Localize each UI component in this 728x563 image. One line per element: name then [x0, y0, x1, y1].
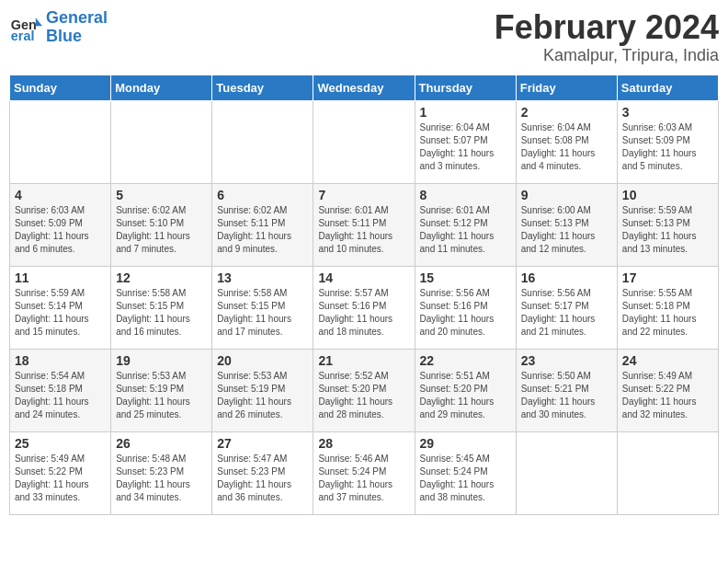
calendar-cell: 20Sunrise: 5:53 AM Sunset: 5:19 PM Dayli… [212, 349, 313, 431]
day-info: Sunrise: 5:53 AM Sunset: 5:19 PM Dayligh… [116, 370, 207, 421]
calendar-cell: 6Sunrise: 6:02 AM Sunset: 5:11 PM Daylig… [212, 183, 313, 266]
calendar-cell: 23Sunrise: 5:50 AM Sunset: 5:21 PM Dayli… [516, 349, 617, 431]
day-info: Sunrise: 6:02 AM Sunset: 5:11 PM Dayligh… [217, 204, 308, 256]
calendar-cell [516, 431, 617, 514]
calendar-cell [617, 431, 718, 514]
day-info: Sunrise: 5:49 AM Sunset: 5:22 PM Dayligh… [622, 370, 713, 421]
day-number: 21 [318, 353, 409, 368]
day-info: Sunrise: 5:45 AM Sunset: 5:24 PM Dayligh… [420, 453, 511, 504]
day-number: 17 [622, 270, 713, 285]
day-info: Sunrise: 5:55 AM Sunset: 5:18 PM Dayligh… [622, 287, 713, 339]
calendar-cell: 7Sunrise: 6:01 AM Sunset: 5:11 PM Daylig… [313, 183, 415, 266]
day-number: 22 [420, 353, 511, 368]
day-number: 11 [15, 270, 106, 285]
calendar-cell: 3Sunrise: 6:03 AM Sunset: 5:09 PM Daylig… [617, 100, 718, 183]
day-number: 20 [217, 353, 308, 368]
day-info: Sunrise: 6:03 AM Sunset: 5:09 PM Dayligh… [15, 204, 106, 256]
calendar-cell: 14Sunrise: 5:57 AM Sunset: 5:16 PM Dayli… [313, 266, 415, 349]
svg-marker-2 [36, 17, 42, 26]
logo: Gen eral GeneralBlue [9, 9, 108, 46]
day-number: 8 [420, 188, 511, 202]
weekday-header-monday: Monday [111, 75, 212, 100]
day-info: Sunrise: 5:51 AM Sunset: 5:20 PM Dayligh… [420, 370, 511, 421]
day-number: 9 [521, 188, 612, 202]
day-number: 2 [521, 105, 612, 120]
calendar-cell: 13Sunrise: 5:58 AM Sunset: 5:15 PM Dayli… [212, 266, 313, 349]
weekday-header-row: SundayMondayTuesdayWednesdayThursdayFrid… [10, 75, 719, 100]
day-number: 3 [622, 105, 713, 120]
day-number: 1 [420, 105, 511, 120]
title-area: February 2024 Kamalpur, Tripura, India [495, 9, 719, 65]
day-info: Sunrise: 5:58 AM Sunset: 5:15 PM Dayligh… [217, 287, 308, 339]
calendar-cell: 5Sunrise: 6:02 AM Sunset: 5:10 PM Daylig… [111, 183, 212, 266]
day-number: 10 [622, 188, 713, 202]
day-info: Sunrise: 6:04 AM Sunset: 5:08 PM Dayligh… [521, 121, 612, 173]
day-info: Sunrise: 6:02 AM Sunset: 5:10 PM Dayligh… [116, 204, 207, 256]
calendar-cell: 1Sunrise: 6:04 AM Sunset: 5:07 PM Daylig… [415, 100, 516, 183]
day-number: 26 [116, 436, 207, 451]
logo-text: GeneralBlue [46, 9, 108, 46]
svg-text:eral: eral [11, 29, 35, 43]
calendar-cell: 12Sunrise: 5:58 AM Sunset: 5:15 PM Dayli… [111, 266, 212, 349]
calendar-cell: 25Sunrise: 5:49 AM Sunset: 5:22 PM Dayli… [10, 431, 111, 514]
location-title: Kamalpur, Tripura, India [495, 46, 719, 65]
day-info: Sunrise: 5:59 AM Sunset: 5:13 PM Dayligh… [622, 204, 713, 256]
day-info: Sunrise: 5:52 AM Sunset: 5:20 PM Dayligh… [318, 370, 409, 421]
calendar-cell: 17Sunrise: 5:55 AM Sunset: 5:18 PM Dayli… [617, 266, 718, 349]
day-info: Sunrise: 6:00 AM Sunset: 5:13 PM Dayligh… [521, 204, 612, 256]
calendar-cell: 8Sunrise: 6:01 AM Sunset: 5:12 PM Daylig… [415, 183, 516, 266]
calendar-cell: 28Sunrise: 5:46 AM Sunset: 5:24 PM Dayli… [313, 431, 415, 514]
day-number: 19 [116, 353, 207, 368]
week-row-5: 25Sunrise: 5:49 AM Sunset: 5:22 PM Dayli… [10, 431, 719, 514]
day-number: 27 [217, 436, 308, 451]
week-row-2: 4Sunrise: 6:03 AM Sunset: 5:09 PM Daylig… [10, 183, 719, 266]
day-number: 15 [420, 270, 511, 285]
calendar-cell: 29Sunrise: 5:45 AM Sunset: 5:24 PM Dayli… [415, 431, 516, 514]
week-row-3: 11Sunrise: 5:59 AM Sunset: 5:14 PM Dayli… [10, 266, 719, 349]
weekday-header-saturday: Saturday [617, 75, 718, 100]
day-info: Sunrise: 5:56 AM Sunset: 5:17 PM Dayligh… [521, 287, 612, 339]
day-info: Sunrise: 5:56 AM Sunset: 5:16 PM Dayligh… [420, 287, 511, 339]
calendar-cell [212, 100, 313, 183]
day-info: Sunrise: 6:03 AM Sunset: 5:09 PM Dayligh… [622, 121, 713, 173]
day-info: Sunrise: 6:01 AM Sunset: 5:12 PM Dayligh… [420, 204, 511, 256]
day-number: 24 [622, 353, 713, 368]
day-number: 16 [521, 270, 612, 285]
day-info: Sunrise: 5:50 AM Sunset: 5:21 PM Dayligh… [521, 370, 612, 421]
calendar-cell [313, 100, 415, 183]
day-info: Sunrise: 5:53 AM Sunset: 5:19 PM Dayligh… [217, 370, 308, 421]
day-number: 28 [318, 436, 409, 451]
calendar-cell: 24Sunrise: 5:49 AM Sunset: 5:22 PM Dayli… [617, 349, 718, 431]
calendar-cell: 2Sunrise: 6:04 AM Sunset: 5:08 PM Daylig… [516, 100, 617, 183]
calendar-cell: 27Sunrise: 5:47 AM Sunset: 5:23 PM Dayli… [212, 431, 313, 514]
calendar-cell: 16Sunrise: 5:56 AM Sunset: 5:17 PM Dayli… [516, 266, 617, 349]
day-number: 6 [217, 188, 308, 202]
page-header: Gen eral GeneralBlue February 2024 Kamal… [9, 9, 719, 65]
day-number: 14 [318, 270, 409, 285]
calendar-body: 1Sunrise: 6:04 AM Sunset: 5:07 PM Daylig… [10, 100, 719, 514]
weekday-header-thursday: Thursday [415, 75, 516, 100]
calendar-cell: 26Sunrise: 5:48 AM Sunset: 5:23 PM Dayli… [111, 431, 212, 514]
day-number: 5 [116, 188, 207, 202]
calendar-cell: 4Sunrise: 6:03 AM Sunset: 5:09 PM Daylig… [10, 183, 111, 266]
day-info: Sunrise: 5:58 AM Sunset: 5:15 PM Dayligh… [116, 287, 207, 339]
day-info: Sunrise: 6:04 AM Sunset: 5:07 PM Dayligh… [420, 121, 511, 173]
weekday-header-wednesday: Wednesday [313, 75, 415, 100]
calendar-cell: 11Sunrise: 5:59 AM Sunset: 5:14 PM Dayli… [10, 266, 111, 349]
day-number: 29 [420, 436, 511, 451]
day-number: 4 [15, 188, 106, 202]
day-info: Sunrise: 5:57 AM Sunset: 5:16 PM Dayligh… [318, 287, 409, 339]
day-info: Sunrise: 6:01 AM Sunset: 5:11 PM Dayligh… [318, 204, 409, 256]
calendar-cell: 18Sunrise: 5:54 AM Sunset: 5:18 PM Dayli… [10, 349, 111, 431]
logo-icon: Gen eral [9, 11, 42, 44]
month-title: February 2024 [495, 9, 719, 46]
calendar-cell [10, 100, 111, 183]
week-row-1: 1Sunrise: 6:04 AM Sunset: 5:07 PM Daylig… [10, 100, 719, 183]
day-info: Sunrise: 5:46 AM Sunset: 5:24 PM Dayligh… [318, 453, 409, 504]
calendar-cell: 10Sunrise: 5:59 AM Sunset: 5:13 PM Dayli… [617, 183, 718, 266]
calendar-cell: 19Sunrise: 5:53 AM Sunset: 5:19 PM Dayli… [111, 349, 212, 431]
calendar-cell: 22Sunrise: 5:51 AM Sunset: 5:20 PM Dayli… [415, 349, 516, 431]
day-number: 18 [15, 353, 106, 368]
day-number: 13 [217, 270, 308, 285]
day-info: Sunrise: 5:54 AM Sunset: 5:18 PM Dayligh… [15, 370, 106, 421]
